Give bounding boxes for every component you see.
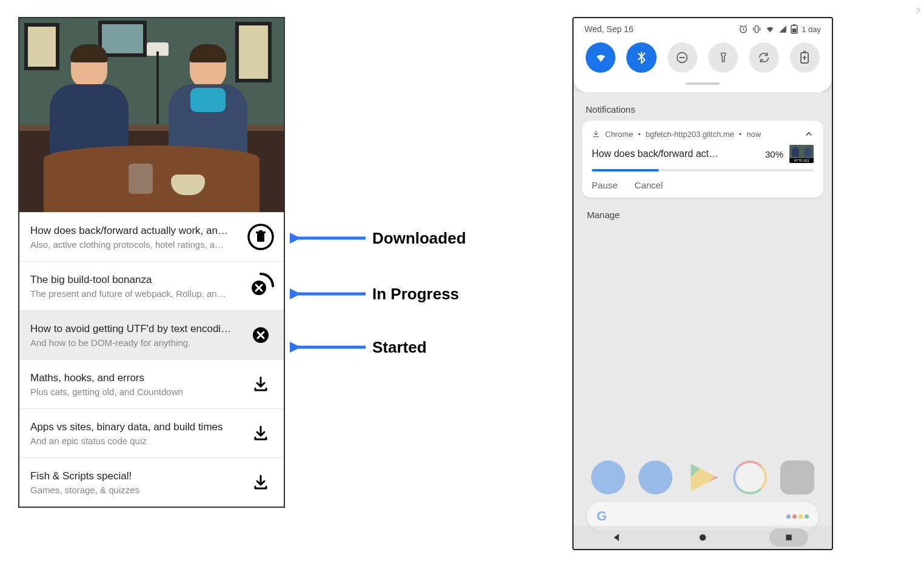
back-nav-button[interactable] [597,528,636,547]
download-button[interactable] [246,468,275,497]
annotation-label-inprogress: In Progress [372,285,459,304]
notification-app-name: Chrome [605,130,633,139]
notification-source: bgfetch-http203.glitch.me [646,130,734,139]
status-bar: Wed, Sep 16 1 day [574,18,832,38]
episode-title: Apps vs sites, binary data, and build ti… [30,421,240,433]
autorotate-toggle[interactable] [749,42,778,73]
camera-app-icon[interactable] [780,461,814,494]
download-icon [252,425,269,442]
annotation-arrow [290,285,369,303]
android-nav-bar [574,526,832,549]
episode-subtitle: And how to be DOM-ready for anything. [30,338,240,348]
chevron-up-icon[interactable] [804,129,814,139]
do-not-disturb-icon [675,51,689,64]
episode-subtitle: And an epic status code quiz [30,436,240,446]
download-icon [252,376,269,393]
wifi-icon [765,24,775,34]
bluetooth-icon [635,51,648,64]
quick-settings-panel: Wed, Sep 16 1 day [574,18,832,92]
battery-icon [791,24,798,34]
manage-notifications-link[interactable]: Manage [582,198,823,232]
episode-row[interactable]: The big build-tool bonanza The present a… [19,261,284,310]
home-nav-button[interactable] [683,528,722,547]
triangle-back-icon [611,532,622,543]
stray-page-letter: p [916,5,920,15]
recents-nav-button[interactable] [769,528,808,547]
svg-rect-19 [786,534,791,540]
annotation-label-started: Started [372,338,427,357]
download-icon [252,474,269,491]
wifi-icon [594,50,608,65]
play-store-icon[interactable] [686,461,720,494]
chrome-app-icon[interactable] [733,461,767,494]
svg-rect-10 [755,26,758,33]
battery-saver-icon [800,51,809,64]
cancel-circle-icon [252,326,270,344]
episode-subtitle: Games, storage, & quizzes [30,485,240,495]
notifications-area: Notifications Chrome • bgfetch-http203.g… [574,92,832,232]
alarm-icon [738,24,748,34]
notification-header: Chrome • bgfetch-http203.glitch.me • now [592,129,814,139]
episode-row[interactable]: Fish & Scripts special! Games, storage, … [19,457,284,507]
vibrate-icon [752,24,762,34]
episode-subtitle: Also, active clothing protocols, hotel r… [30,239,240,250]
svg-rect-1 [257,233,264,242]
wifi-toggle[interactable] [586,42,615,73]
svg-rect-3 [259,230,263,232]
notification-thumbnail: HTTP 203 [789,145,814,163]
dnd-toggle[interactable] [668,42,697,73]
svg-rect-12 [793,24,795,25]
episode-title: How does back/forward actually work, an… [30,225,240,237]
assistant-icon[interactable] [786,514,809,519]
episode-title: The big build-tool bonanza [30,274,240,286]
battery-saver-toggle[interactable] [790,42,820,73]
download-progress-bar [592,169,814,171]
episode-subtitle: The present and future of webpack, Rollu… [30,288,240,299]
download-small-icon [592,130,600,138]
notifications-heading: Notifications [582,98,823,121]
download-button[interactable] [246,419,275,448]
notification-title: How does back/forward act… [592,148,759,159]
circle-home-icon [698,533,708,542]
quick-toggles-row [574,38,832,81]
trash-circle-icon [247,224,274,250]
episode-row[interactable]: How to avoid getting UTF'd by text encod… [19,310,284,359]
episode-row[interactable]: Maths, hooks, and errors Plus cats, gett… [19,359,284,408]
flashlight-toggle[interactable] [708,42,738,73]
notification-percent: 30% [765,149,783,159]
svg-point-18 [700,534,706,541]
thumbnail-caption: HTTP 203 [789,158,814,163]
episode-title: Maths, hooks, and errors [30,372,240,384]
auto-rotate-icon [757,51,771,64]
android-phone-frame: Wed, Sep 16 1 day [572,17,833,550]
shade-drag-handle[interactable] [686,82,720,85]
cancel-inprogress-button[interactable] [246,271,275,301]
cellular-icon [778,25,787,33]
svg-rect-13 [792,28,797,33]
episode-row[interactable]: Apps vs sites, binary data, and build ti… [19,408,284,457]
flashlight-icon [717,52,729,64]
bluetooth-toggle[interactable] [626,42,656,73]
annotation-arrow [290,229,369,247]
episode-subtitle: Plus cats, getting old, and Countdown [30,387,240,397]
square-recents-icon [784,533,794,542]
annotation-arrow [290,338,369,356]
messages-app-icon[interactable] [638,461,672,494]
episode-hero-image [19,18,284,212]
episode-row[interactable]: How does back/forward actually work, an…… [19,212,284,261]
episode-title: Fish & Scripts special! [30,470,240,482]
download-button[interactable] [246,370,275,399]
delete-download-button[interactable] [246,222,275,251]
pause-action[interactable]: Pause [592,180,618,190]
episode-list-app: How does back/forward actually work, an…… [18,17,285,508]
cancel-action[interactable]: Cancel [635,180,663,190]
google-logo-icon: G [597,508,607,524]
download-notification[interactable]: Chrome • bgfetch-http203.glitch.me • now… [582,121,823,198]
progress-cancel-icon [247,272,275,300]
cancel-started-button[interactable] [246,321,275,350]
episode-title: How to avoid getting UTF'd by text encod… [30,323,240,335]
annotation-label-downloaded: Downloaded [372,229,466,248]
phone-app-icon[interactable] [591,461,625,494]
notification-time: now [746,130,761,139]
status-date: Wed, Sep 16 [584,24,634,34]
